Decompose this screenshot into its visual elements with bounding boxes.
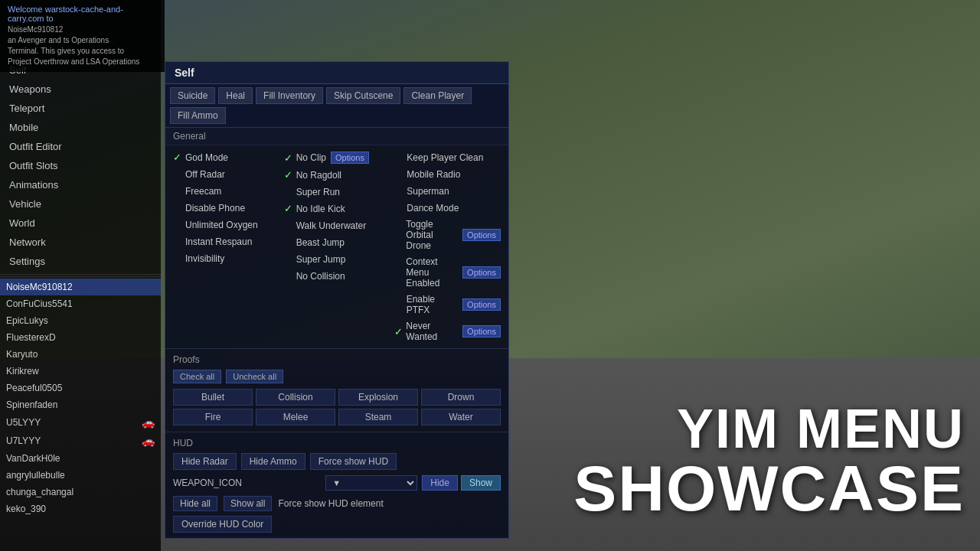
option-no-collision[interactable]: ✓ No Collision (284, 269, 390, 283)
notification-panel: Welcome warstock-cache-and-carry.com to … (0, 0, 165, 72)
option-keep-player-clean[interactable]: ✓ Keep Player Clean (394, 150, 501, 165)
sidebar-item-outfit-slots[interactable]: Outfit Slots (0, 156, 161, 175)
player-item[interactable]: keko_390 (0, 500, 161, 517)
sidebar-item-outfit-editor[interactable]: Outfit Editor (0, 137, 161, 156)
checkmark-no-idle-kick: ✓ (284, 203, 293, 214)
uncheck-all-button[interactable]: Uncheck all (226, 370, 283, 383)
proof-drown[interactable]: Drown (421, 389, 501, 406)
option-off-radar[interactable]: ✓ Off Radar (173, 167, 279, 181)
weapon-icon-hide-button[interactable]: Hide (422, 475, 458, 491)
hud-header: HUD (173, 435, 501, 451)
check-all-button[interactable]: Check all (173, 370, 221, 383)
proof-steam[interactable]: Steam (338, 409, 418, 425)
menu-panel: Self Suicide Heal Fill Inventory Skip Cu… (165, 61, 509, 539)
weapon-icon-label: WEAPON_ICON (173, 478, 321, 488)
show-all-button[interactable]: Show all (224, 496, 272, 511)
player-item[interactable]: VanDarkH0le (0, 450, 161, 467)
option-super-jump[interactable]: ✓ Super Jump (284, 252, 390, 266)
player-item[interactable]: NoiseMc910812 (0, 279, 161, 295)
notification-title: Welcome warstock-cache-and-carry.com to (8, 5, 157, 23)
player-name: VanDarkH0le (6, 453, 60, 464)
option-context-menu[interactable]: ✓ Context Menu Enabled Options (394, 255, 501, 290)
player-item[interactable]: Karyuto (0, 346, 161, 363)
player-name: ConFuCius5541 (6, 298, 73, 309)
proof-water[interactable]: Water (421, 409, 501, 425)
hide-ammo-button[interactable]: Hide Ammo (241, 453, 305, 470)
option-mobile-radio[interactable]: ✓ Mobile Radio (394, 167, 501, 181)
weapon-icon-dropdown[interactable]: ▼ (325, 475, 417, 491)
option-enable-ptfx[interactable]: ✓ Enable PTFX Options (394, 292, 501, 317)
player-item[interactable]: ConFuCius5541 (0, 295, 161, 312)
sidebar-item-network[interactable]: Network (0, 233, 161, 252)
tab-clean-player[interactable]: Clean Player (403, 87, 472, 104)
player-item[interactable]: U7LYYY 🚗 (0, 432, 161, 450)
hud-buttons: Hide Radar Hide Ammo Force show HUD (173, 451, 501, 472)
option-god-mode[interactable]: ✓ God Mode (173, 150, 279, 165)
proofs-grid: Bullet Collision Explosion Drown Fire Me… (173, 386, 501, 429)
player-item[interactable]: Kirikrew (0, 363, 161, 380)
player-item[interactable]: EpicLukys (0, 312, 161, 329)
sidebar-item-world[interactable]: World (0, 214, 161, 233)
proof-explosion[interactable]: Explosion (338, 389, 418, 406)
player-item[interactable]: chunga_changal (0, 484, 161, 500)
player-name: Karyuto (6, 349, 38, 360)
tab-fill-inventory[interactable]: Fill Inventory (256, 87, 323, 104)
sidebar-divider (0, 276, 161, 277)
proof-bullet[interactable]: Bullet (173, 389, 253, 406)
force-show-hud-button[interactable]: Force show HUD (310, 453, 397, 470)
player-item[interactable]: Peaceful0505 (0, 380, 161, 396)
player-item[interactable]: FluesterexD (0, 329, 161, 346)
proof-collision[interactable]: Collision (256, 389, 335, 406)
player-item[interactable]: Spinenfaden (0, 396, 161, 413)
sidebar-item-weapons[interactable]: Weapons (0, 80, 161, 99)
option-toggle-orbital-drone[interactable]: ✓ Toggle Orbital Drone Options (394, 217, 501, 253)
option-never-wanted[interactable]: ✓ Never Wanted Options (394, 319, 501, 344)
no-clip-options-button[interactable]: Options (331, 152, 369, 164)
weapon-icon-row: WEAPON_ICON ▼ Hide Show (173, 472, 501, 494)
context-menu-options-button[interactable]: Options (462, 266, 501, 279)
tab-fill-ammo[interactable]: Fill Ammo (170, 107, 226, 124)
player-name: keko_390 (6, 504, 46, 514)
option-dance-mode[interactable]: ✓ Dance Mode (394, 201, 501, 215)
weapon-icon-show-button[interactable]: Show (461, 475, 501, 491)
ptfx-options-button[interactable]: Options (462, 298, 501, 311)
tab-suicide[interactable]: Suicide (170, 87, 215, 104)
option-unlimited-oxygen[interactable]: ✓ Unlimited Oxygen (173, 217, 279, 232)
player-name: Spinenfaden (6, 399, 57, 410)
hud-all-row: Hide all Show all Force show HUD element (173, 494, 501, 514)
player-name: U5LYYY (6, 417, 41, 428)
hide-all-button[interactable]: Hide all (173, 496, 217, 511)
proof-melee[interactable]: Melee (256, 409, 335, 425)
option-disable-phone[interactable]: ✓ Disable Phone (173, 201, 279, 215)
option-no-ragdoll[interactable]: ✓ No Ragdoll (284, 168, 390, 182)
option-freecam[interactable]: ✓ Freecam (173, 184, 279, 198)
tab-skip-cutscene[interactable]: Skip Cutscene (326, 87, 400, 104)
checkmark-no-clip: ✓ (284, 152, 293, 164)
hide-radar-button[interactable]: Hide Radar (173, 453, 237, 470)
player-item[interactable]: U5LYYY 🚗 (0, 413, 161, 432)
player-name: NoiseMc910812 (6, 282, 73, 292)
hud-section: HUD Hide Radar Hide Ammo Force show HUD … (165, 432, 508, 538)
sidebar-item-settings[interactable]: Settings (0, 252, 161, 271)
option-invisibility[interactable]: ✓ Invisibility (173, 251, 279, 266)
option-instant-respaun[interactable]: ✓ Instant Respaun (173, 234, 279, 249)
sidebar-item-vehicle[interactable]: Vehicle (0, 194, 161, 214)
orbital-drone-options-button[interactable]: Options (462, 229, 501, 241)
option-walk-underwater[interactable]: ✓ Walk Underwater (284, 218, 390, 233)
override-hud-color-button[interactable]: Override HUD Color (173, 516, 272, 533)
player-list: NoiseMc910812 ConFuCius5541 EpicLukys Fl… (0, 279, 161, 517)
option-beast-jump[interactable]: ✓ Beast Jump (284, 235, 390, 249)
option-super-run[interactable]: ✓ Super Run (284, 184, 390, 199)
sidebar-item-teleport[interactable]: Teleport (0, 99, 161, 118)
proof-fire[interactable]: Fire (173, 409, 253, 425)
player-item[interactable]: angrylullebulle (0, 467, 161, 484)
option-no-idle-kick[interactable]: ✓ No Idle Kick (284, 201, 390, 216)
never-wanted-options-button[interactable]: Options (462, 325, 501, 337)
option-superman[interactable]: ✓ Superman (394, 184, 501, 198)
player-name: Kirikrew (6, 366, 39, 377)
tab-heal[interactable]: Heal (218, 87, 253, 104)
option-no-clip[interactable]: ✓ No Clip Options (284, 150, 390, 165)
sidebar-item-animations[interactable]: Animations (0, 175, 161, 194)
notification-line2: Terminal. This gives you access to (8, 46, 157, 57)
sidebar-item-mobile[interactable]: Mobile (0, 118, 161, 137)
